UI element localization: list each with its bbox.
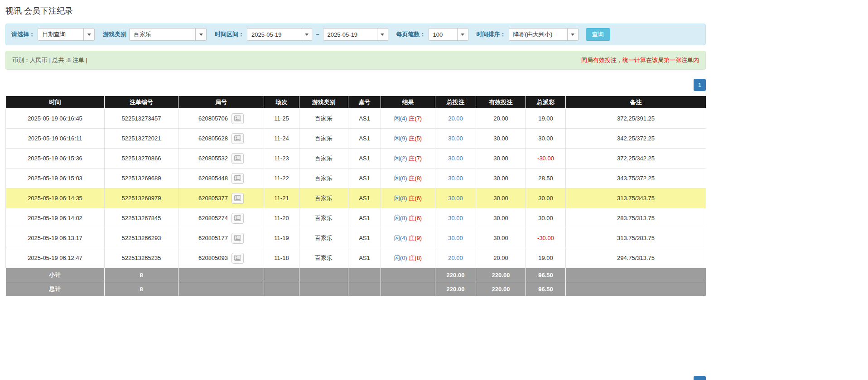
round-id: 620805706 [198,115,228,122]
chevron-down-icon [461,34,464,36]
result-image-button[interactable] [231,213,244,224]
valid-bet-cell: 30.00 [476,188,526,208]
total-bet-cell: 30.00 [435,129,476,149]
sort-order-dropdown-button[interactable] [567,29,578,40]
payout-cell: 30.00 [526,188,566,208]
round-cell: 620805274 [178,208,264,228]
date-to-picker[interactable] [323,28,388,41]
page-size-input[interactable] [429,29,457,40]
result-image-button[interactable] [231,233,244,244]
player-result: 闲(4) [394,115,407,122]
result-image-button[interactable] [231,173,244,184]
payout-value: 30.00 [538,215,553,221]
total-bet-cell: 30.00 [435,228,476,248]
total-bet-link[interactable]: 20.00 [448,255,463,261]
session-cell: 11-18 [264,248,299,268]
result-image-button[interactable] [231,133,244,144]
query-type-dropdown-button[interactable] [83,29,94,40]
result-cell: 闲(8) 庄(6) [381,188,435,208]
summary-valid-bet: 220.00 [476,268,526,282]
player-result: 闲(8) [394,195,407,202]
query-type-value: 日期查询 [38,29,83,40]
bet-id-cell: 522513269689 [105,168,178,188]
page-button-1[interactable]: 1 [694,79,706,91]
total-bet-link[interactable]: 30.00 [448,215,463,221]
session-cell: 11-21 [264,188,299,208]
total-bet-link[interactable]: 30.00 [448,175,463,182]
chevron-down-icon [87,34,91,36]
page-size-dropdown-button[interactable] [457,29,468,40]
result-cell: 闲(0) 庄(8) [381,168,435,188]
time-cell: 2025-05-19 06:13:17 [6,228,105,248]
date-from-input[interactable] [247,29,301,40]
round-id: 620805628 [198,135,228,142]
bet-records-table: 时间注单编号局号场次游戏类别桌号结果总投注有效投注总派彩备注 2025-05-1… [5,96,706,296]
game-type-cell: 百家乐 [299,208,348,228]
table-row: 2025-05-19 06:12:47522513265235620805093… [6,248,706,268]
table-no-cell: AS1 [348,248,381,268]
total-bet-link[interactable]: 30.00 [448,235,463,241]
table-row: 2025-05-19 06:14:02522513267845620805274… [6,208,706,228]
bet-id-cell: 522513272021 [105,129,178,149]
game-type-cell: 百家乐 [299,149,348,168]
table-body: 2025-05-19 06:16:45522513273457620805706… [6,109,706,268]
total-bet-cell: 20.00 [435,109,476,129]
column-header: 有效投注 [476,96,526,109]
total-bet-link[interactable]: 20.00 [448,115,463,122]
table-no-cell: AS1 [348,149,381,168]
game-type-select[interactable]: 百家乐 [129,28,207,41]
summary-label: 小计 [6,268,105,282]
column-header: 注单编号 [105,96,178,109]
result-image-button[interactable] [231,113,244,124]
query-type-select[interactable]: 日期查询 [38,28,95,41]
table-row: 2025-05-19 06:15:03522513269689620805448… [6,168,706,188]
summary-row: 小计8220.00220.0096.50 [6,268,706,282]
banker-result: 庄(5) [409,135,422,142]
total-bet-link[interactable]: 30.00 [448,155,463,162]
total-bet-cell: 30.00 [435,168,476,188]
time-range-label: 时间区间： [215,30,244,38]
page-size-select[interactable] [429,28,468,41]
sort-order-select[interactable]: 降幂(由大到小) [509,28,579,41]
page-button-1-bottom[interactable]: 1 [694,376,706,380]
time-cell: 2025-05-19 06:16:45 [6,109,105,129]
table-row: 2025-05-19 06:15:36522513270866620805532… [6,149,706,168]
time-cell: 2025-05-19 06:14:02 [6,208,105,228]
payout-value: 19.00 [538,115,553,122]
summary-row: 总计8220.00220.0096.50 [6,282,706,296]
table-no-cell: AS1 [348,208,381,228]
valid-bet-cell: 30.00 [476,228,526,248]
banker-result: 庄(6) [409,215,422,221]
currency-summary-text: 币别：人民币 | 总共 :8 注单 | [12,56,87,64]
remark-cell: 372.25/391.25 [566,109,706,129]
search-button[interactable]: 查询 [586,28,610,41]
player-result: 闲(8) [394,215,407,221]
total-bet-cell: 30.00 [435,149,476,168]
result-image-button[interactable] [231,193,244,204]
game-type-dropdown-button[interactable] [195,29,206,40]
result-image-icon [234,135,241,141]
sort-order-label: 时间排序： [477,30,506,38]
total-bet-link[interactable]: 30.00 [448,135,463,142]
table-header-row: 时间注单编号局号场次游戏类别桌号结果总投注有效投注总派彩备注 [6,96,706,109]
remark-cell: 372.25/342.25 [566,149,706,168]
result-image-button[interactable] [231,153,244,164]
result-image-icon [234,235,241,241]
remark-cell: 283.75/313.75 [566,208,706,228]
total-bet-link[interactable]: 30.00 [448,195,463,202]
player-result: 闲(9) [394,135,407,142]
result-image-button[interactable] [231,253,244,264]
game-type-cell: 百家乐 [299,228,348,248]
date-to-dropdown-button[interactable] [377,29,388,40]
date-to-input[interactable] [323,29,377,40]
session-cell: 11-22 [264,168,299,188]
remark-cell: 313.75/283.75 [566,228,706,248]
result-image-icon [234,255,241,261]
result-cell: 闲(9) 庄(5) [381,129,435,149]
date-from-picker[interactable] [247,28,312,41]
valid-bet-cell: 30.00 [476,149,526,168]
table-no-cell: AS1 [348,228,381,248]
date-from-dropdown-button[interactable] [301,29,312,40]
banker-result: 庄(9) [409,235,422,241]
page-title: 视讯 会员下注纪录 [5,5,863,16]
